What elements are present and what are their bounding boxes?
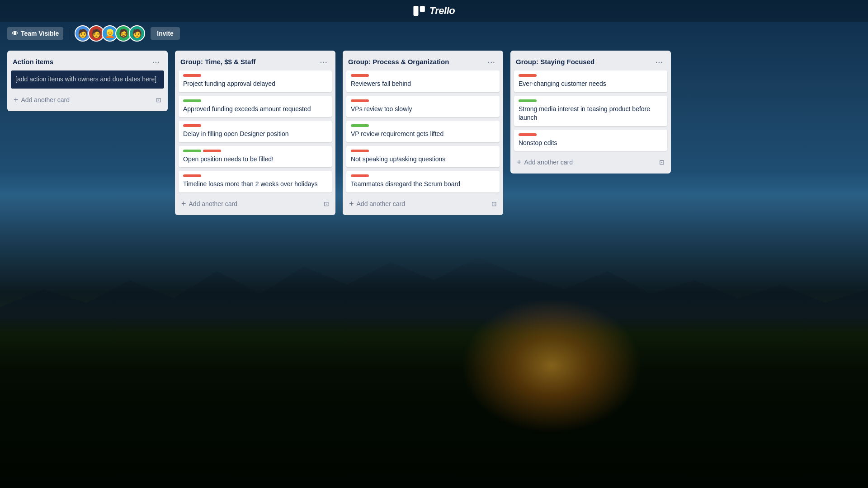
card-text-vps-review-slowly: VPs review too slowly (351, 105, 412, 113)
board: Action items ··· [add action items with … (0, 45, 868, 221)
add-card-button-tms[interactable]: + Add another card ⊡ (179, 196, 332, 211)
card-text-delay-designer-position: Delay in filling open Designer position (183, 130, 288, 137)
trees-background (0, 316, 868, 488)
card-labels (351, 174, 495, 177)
label-green (183, 150, 201, 152)
toolbar-divider (69, 27, 69, 40)
add-card-label: Add another card (357, 200, 405, 207)
card-labels (519, 99, 663, 102)
card-project-funding-delayed[interactable]: Project funding approval delayed (179, 70, 332, 92)
team-visible-label: Team Visible (21, 30, 59, 37)
label-red (183, 174, 201, 177)
card-labels (183, 99, 327, 102)
card-text-timeline-holidays: Timeline loses more than 2 weeks over ho… (183, 180, 318, 188)
add-card-left: + Add another card (517, 158, 573, 166)
add-card-button-po[interactable]: + Add another card ⊡ (346, 196, 500, 211)
label-red (351, 74, 369, 77)
label-red (351, 150, 369, 152)
label-red (351, 99, 369, 102)
list-header-po: Group: Process & Organization ··· (346, 54, 500, 70)
list-title-po: Group: Process & Organization (348, 58, 449, 66)
card-text-ever-changing-needs: Ever-changing customer needs (519, 80, 606, 87)
card-labels (351, 99, 495, 102)
template-icon: ⊡ (324, 200, 329, 207)
app-header: Trello (0, 0, 868, 22)
card-labels (351, 150, 495, 152)
label-red (183, 74, 201, 77)
add-card-button-sf[interactable]: + Add another card ⊡ (514, 155, 667, 170)
template-icon: ⊡ (659, 159, 665, 166)
list-header-tms: Group: Time, $$ & Staff ··· (179, 54, 332, 70)
list-staying-focused: Group: Staying Focused ··· Ever-changing… (510, 51, 671, 174)
label-green (351, 124, 369, 127)
card-text-vp-review-lifted: VP review requirement gets lifted (351, 130, 443, 137)
team-visible-icon: 👁 (12, 30, 18, 37)
card-approved-funding-exceeds[interactable]: Approved funding exceeds amount requeste… (179, 96, 332, 117)
add-card-label: Add another card (189, 200, 237, 207)
card-text-teammates-scrum-board: Teammates disregard the Scrum board (351, 180, 460, 188)
card-strong-media-interest[interactable]: Strong media interest in teasing product… (514, 96, 667, 126)
label-green (183, 99, 201, 102)
plus-icon: + (517, 158, 522, 166)
card-delay-designer-position[interactable]: Delay in filling open Designer position (179, 121, 332, 142)
list-title-action-items: Action items (13, 58, 53, 66)
list-menu-button-sf[interactable]: ··· (652, 56, 665, 67)
trello-logo: Trello (413, 5, 455, 17)
member-avatars: 🧑 🧑 👱 🧔 🧑 (75, 25, 145, 42)
svg-rect-1 (420, 6, 425, 12)
template-icon: ⊡ (491, 200, 497, 207)
add-card-label: Add another card (524, 159, 573, 166)
label-green (519, 99, 537, 102)
card-labels (183, 124, 327, 127)
card-vps-review-slowly[interactable]: VPs review too slowly (346, 96, 500, 117)
label-red (183, 124, 201, 127)
card-teammates-scrum-board[interactable]: Teammates disregard the Scrum board (346, 171, 500, 192)
list-menu-button-po[interactable]: ··· (485, 56, 498, 67)
team-visible-button[interactable]: 👁 Team Visible (7, 27, 63, 40)
add-card-label: Add another card (21, 96, 70, 103)
add-card-left: + Add another card (349, 200, 405, 208)
card-labels (183, 150, 327, 152)
plus-icon: + (349, 200, 354, 208)
list-menu-button-action-items[interactable]: ··· (149, 56, 162, 67)
avatar-5[interactable]: 🧑 (129, 25, 145, 42)
list-process-org: Group: Process & Organization ··· Review… (343, 51, 503, 215)
card-reviewers-fall-behind[interactable]: Reviewers fall behind (346, 70, 500, 92)
card-ever-changing-needs[interactable]: Ever-changing customer needs (514, 70, 667, 92)
list-title-sf: Group: Staying Focused (516, 58, 594, 66)
card-text-reviewers-fall-behind: Reviewers fall behind (351, 80, 411, 87)
label-red (519, 74, 537, 77)
card-nonstop-edits[interactable]: Nonstop edits (514, 130, 667, 151)
list-header-sf: Group: Staying Focused ··· (514, 54, 667, 70)
add-card-left: + Add another card (181, 200, 237, 208)
card-not-speaking-up[interactable]: Not speaking up/asking questions (346, 146, 500, 168)
card-vp-review-lifted[interactable]: VP review requirement gets lifted (346, 121, 500, 142)
list-title-tms: Group: Time, $$ & Staff (180, 58, 255, 66)
add-card-left: + Add another card (14, 96, 70, 104)
template-icon: ⊡ (156, 96, 161, 103)
trello-logo-icon (413, 6, 426, 16)
list-time-money-staff: Group: Time, $$ & Staff ··· Project fund… (175, 51, 335, 215)
card-text-action-placeholder: [add action items with owners and due da… (15, 75, 156, 83)
card-labels (519, 74, 663, 77)
label-red (519, 133, 537, 136)
card-timeline-holidays[interactable]: Timeline loses more than 2 weeks over ho… (179, 171, 332, 192)
label-red (203, 150, 221, 152)
plus-icon: + (14, 96, 19, 104)
card-text-nonstop-edits: Nonstop edits (519, 139, 557, 146)
trello-wordmark: Trello (429, 5, 455, 17)
add-card-button-action-items[interactable]: + Add another card ⊡ (11, 92, 164, 108)
invite-button[interactable]: Invite (151, 27, 180, 40)
card-text-approved-funding-exceeds: Approved funding exceeds amount requeste… (183, 105, 311, 113)
board-toolbar: 👁 Team Visible 🧑 🧑 👱 🧔 🧑 Invite (0, 22, 868, 45)
card-action-placeholder[interactable]: [add action items with owners and due da… (11, 70, 164, 89)
list-menu-button-tms[interactable]: ··· (317, 56, 330, 67)
card-open-position-filled[interactable]: Open position needs to be filled! (179, 146, 332, 168)
plus-icon: + (181, 200, 186, 208)
card-text-strong-media-interest: Strong media interest in teasing product… (519, 105, 650, 122)
svg-rect-0 (413, 6, 418, 16)
card-labels (351, 74, 495, 77)
card-text-project-funding-delayed: Project funding approval delayed (183, 80, 275, 87)
card-text-open-position-filled: Open position needs to be filled! (183, 155, 274, 163)
card-labels (183, 174, 327, 177)
